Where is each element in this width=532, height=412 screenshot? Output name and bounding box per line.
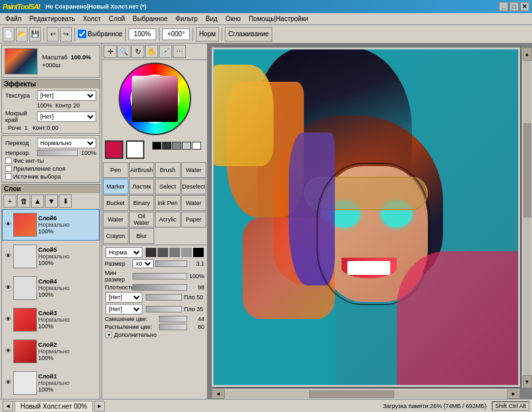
tab-nav-right[interactable]: ► <box>94 401 105 411</box>
water3-brush[interactable]: Water <box>103 212 129 227</box>
color-chip-2[interactable] <box>158 248 168 257</box>
cs-gray[interactable] <box>172 142 181 150</box>
minimize-button[interactable]: _ <box>499 2 508 11</box>
inkpen-brush[interactable]: Ink Pen <box>155 195 181 211</box>
layer-item-1[interactable]: 👁 Слой5 Нормально 100% <box>2 241 100 272</box>
menu-file[interactable]: Файл <box>1 15 26 23</box>
extra-tool[interactable]: ⋯ <box>173 45 186 58</box>
rotate-tool[interactable]: ↻ <box>131 45 144 58</box>
layer-eye-0[interactable]: 👁 <box>4 221 12 229</box>
menu-window[interactable]: Окно <box>222 15 245 23</box>
eraser-brush[interactable]: Ластик <box>129 179 155 194</box>
extra-checkbox[interactable]: ▾ <box>105 332 112 338</box>
menu-selected[interactable]: Выбранное <box>129 15 171 23</box>
open-file-button[interactable]: 📂 <box>16 27 28 42</box>
checkbox-stick[interactable] <box>5 165 12 172</box>
new-layer-button[interactable]: + <box>3 194 16 208</box>
texture-select[interactable]: [Нет] <box>37 90 96 101</box>
checkbox-fis[interactable] <box>5 158 12 164</box>
airbrush-brush[interactable]: AirBrush <box>129 162 155 178</box>
color1-select[interactable]: [Нет] <box>105 292 142 303</box>
select-brush[interactable]: Select <box>155 179 181 194</box>
size-x-select[interactable]: x0.1 <box>133 259 154 268</box>
color2-select[interactable]: [Нет] <box>105 304 142 314</box>
layer-item-0[interactable]: 👁 Слой6 Нормально 100% <box>2 209 100 241</box>
layer-eye-4[interactable]: 👁 <box>4 347 12 355</box>
layer-down-button[interactable]: ▼ <box>45 194 58 208</box>
layer-item-2[interactable]: 👁 Слой4 Нормально 100% <box>2 272 100 304</box>
foreground-swatch[interactable] <box>105 140 123 159</box>
brush-brush[interactable]: Brush <box>155 162 181 178</box>
pen-brush[interactable]: Pen <box>103 162 129 178</box>
spread-slider[interactable] <box>159 324 187 330</box>
checkbox-source[interactable] <box>5 173 12 180</box>
smooth-button[interactable]: Сглаживание <box>225 27 272 42</box>
marker-brush[interactable]: Marker <box>103 179 129 194</box>
layer-item-3[interactable]: 👁 Слой3 Нормально 100% <box>2 304 100 336</box>
undo-button[interactable]: ↩ <box>47 27 59 42</box>
cs-black[interactable] <box>152 142 162 150</box>
color-chip-5[interactable] <box>193 248 204 257</box>
v-scroll-thumb[interactable] <box>523 123 531 218</box>
zoom-tool[interactable]: 🔍 <box>117 45 131 58</box>
scroll-down-button[interactable]: ▼ <box>523 375 532 388</box>
maximize-button[interactable]: □ <box>510 2 519 11</box>
color-chip-1[interactable] <box>146 248 156 257</box>
merge-down-button[interactable]: ⬇ <box>59 194 72 208</box>
artwork-canvas[interactable] <box>212 47 520 387</box>
acrylic-brush[interactable]: Acrylic <box>155 212 181 227</box>
canvas-area[interactable]: ◄ ► ▲ ▼ <box>208 44 532 399</box>
min-size-slider[interactable] <box>133 273 187 280</box>
menu-edit[interactable]: Редактировать <box>26 15 79 23</box>
canvas-tab[interactable]: Новый Холст.нет 00% <box>15 401 93 411</box>
save-file-button[interactable]: 💾 <box>29 27 41 42</box>
layer-item-5[interactable]: 👁 Слой1 Нормально 100% <box>2 367 100 399</box>
color-wheel[interactable] <box>119 63 191 135</box>
menu-help[interactable]: Помощь|Настройки <box>245 15 312 23</box>
cs-lightgray[interactable] <box>182 142 191 150</box>
layer-item-4[interactable]: 👁 Слой2 Нормально 100% <box>2 336 100 367</box>
wet-select[interactable]: [Нет] <box>37 111 96 122</box>
color-wheel-container[interactable] <box>102 60 207 138</box>
hand-tool[interactable]: ✋ <box>145 45 158 58</box>
norm-select[interactable]: Норма <box>105 247 142 258</box>
water-brush[interactable]: Water <box>181 162 207 178</box>
new-file-button[interactable]: 📄 <box>3 27 15 42</box>
v-scrollbar[interactable]: ▲ ▼ <box>521 47 532 388</box>
close-button[interactable]: ✕ <box>520 2 529 11</box>
h-scroll-thumb[interactable] <box>309 390 394 398</box>
move-tool[interactable]: ✛ <box>103 45 117 58</box>
delete-layer-button[interactable]: 🗑 <box>17 194 30 208</box>
density-slider[interactable] <box>133 284 187 291</box>
bucket-brush[interactable]: Bucket <box>103 195 129 211</box>
menu-view[interactable]: Вид <box>202 15 222 23</box>
eyedropper-tool[interactable]: 💉 <box>159 45 172 58</box>
cs-white[interactable] <box>192 142 201 150</box>
h-scrollbar[interactable]: ◄ ► <box>212 388 520 399</box>
opacity-slider[interactable] <box>37 150 78 156</box>
rotation-input[interactable] <box>162 28 190 40</box>
navigator-thumb[interactable] <box>5 48 38 74</box>
v-scroll-track[interactable] <box>523 61 531 375</box>
scroll-left-button[interactable]: ◄ <box>212 390 225 399</box>
layer-up-button[interactable]: ▲ <box>31 194 44 208</box>
color-chip-4[interactable] <box>181 248 192 257</box>
layer-eye-3[interactable]: 👁 <box>4 316 12 324</box>
layer-eye-2[interactable]: 👁 <box>4 284 12 292</box>
cs-darkgray[interactable] <box>162 142 171 150</box>
horiz-flip-button[interactable]: Норм <box>196 27 219 42</box>
crayon-brush[interactable]: Crayon <box>103 228 129 244</box>
background-swatch[interactable] <box>126 140 144 159</box>
blend-select[interactable]: Нормально <box>37 138 96 148</box>
blur-brush[interactable]: Blur <box>129 228 155 244</box>
selected-checkbox[interactable] <box>78 30 86 38</box>
scroll-up-button[interactable]: ▲ <box>523 47 532 61</box>
redo-button[interactable]: ↪ <box>60 27 72 42</box>
color1-slider[interactable] <box>146 294 183 301</box>
deselect-brush[interactable]: Deselect <box>181 179 207 194</box>
menu-canvas[interactable]: Холст <box>79 15 105 23</box>
menu-filter[interactable]: Фильтр <box>171 15 202 23</box>
size-slider[interactable] <box>155 260 187 267</box>
oilwater-brush[interactable]: Oil Water <box>129 212 155 227</box>
color-chip-3[interactable] <box>169 248 180 257</box>
